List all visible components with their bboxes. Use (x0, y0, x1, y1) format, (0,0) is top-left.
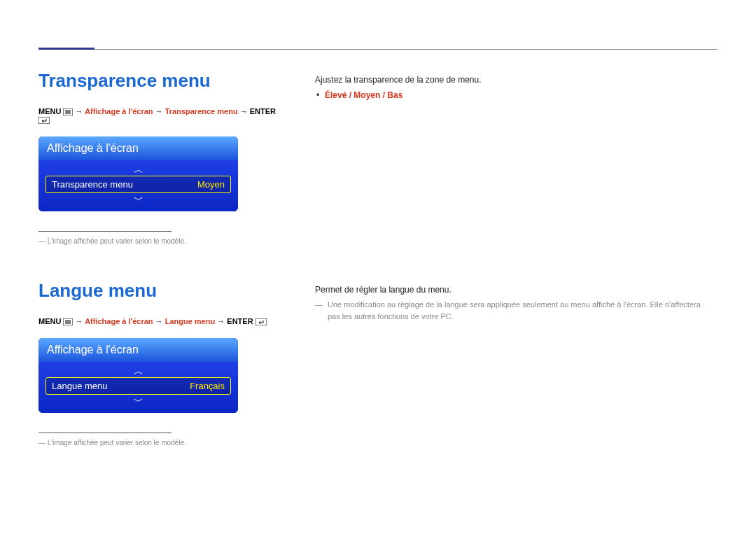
enter-icon (255, 318, 267, 325)
breadcrumb-enter-label: ENTER (250, 107, 276, 115)
svg-rect-9 (255, 318, 267, 325)
breadcrumb-arrow: → (155, 317, 163, 325)
page-divider (38, 49, 718, 50)
footnote-text: L'image affichée peut varier selon le mo… (38, 439, 276, 447)
chevron-down-icon[interactable]: ﹀ (46, 193, 231, 206)
footnote-divider (38, 231, 172, 232)
breadcrumb-menu-label: MENU (38, 317, 61, 325)
section-title-langue: Langue menu (38, 280, 276, 302)
osd-selected-row[interactable]: Langue menu Français (46, 377, 231, 395)
options-text: Élevé / Moyen / Bas (325, 90, 402, 100)
menu-icon (63, 108, 73, 115)
chevron-up-icon[interactable]: ︿ (46, 365, 231, 377)
osd-panel-langue: Affichage à l'écran ︿ Langue menu França… (38, 338, 238, 413)
footnote-text: L'image affichée peut varier selon le mo… (38, 237, 276, 245)
osd-header: Affichage à l'écran (38, 338, 238, 362)
svg-rect-4 (38, 117, 50, 124)
breadcrumb-arrow: → (217, 317, 225, 325)
breadcrumb-arrow: → (76, 317, 83, 325)
section-transparence-right: Ajustez la transparence de la zone de me… (315, 73, 714, 100)
osd-selected-row[interactable]: Transparence menu Moyen (46, 176, 231, 193)
options-bullet: Élevé / Moyen / Bas (315, 90, 714, 100)
description-text: Ajustez la transparence de la zone de me… (315, 73, 714, 86)
breadcrumb-step2: Langue menu (165, 317, 216, 325)
chevron-up-icon[interactable]: ︿ (46, 163, 231, 176)
section-title-transparence: Transparence menu (38, 70, 276, 92)
breadcrumb-step2: Transparence menu (165, 107, 238, 115)
menu-icon (63, 318, 73, 325)
page-divider-accent (38, 48, 94, 50)
osd-header: Affichage à l'écran (38, 136, 238, 160)
chevron-down-icon[interactable]: ﹀ (46, 395, 231, 407)
osd-row-label: Transparence menu (52, 179, 133, 190)
osd-panel-transparence: Affichage à l'écran ︿ Transparence menu … (38, 136, 238, 211)
breadcrumb-step1: Affichage à l'écran (85, 107, 153, 115)
osd-row-value: Français (190, 381, 225, 391)
osd-row-value: Moyen (197, 179, 225, 190)
breadcrumb-menu-label: MENU (38, 107, 61, 115)
breadcrumb-arrow: → (76, 107, 83, 115)
description-text: Permet de régler la langue du menu. (315, 283, 714, 296)
osd-row-label: Langue menu (52, 381, 108, 391)
note-text: Une modification au réglage de la langue… (315, 299, 714, 322)
breadcrumb-step1: Affichage à l'écran (85, 317, 153, 325)
breadcrumb-transparence: MENU → Affichage à l'écran → Transparenc… (38, 107, 276, 124)
section-langue-right: Permet de régler la langue du menu. Une … (315, 283, 714, 322)
section-transparence-left: Transparence menu MENU → Affichage à l'é… (38, 70, 276, 245)
breadcrumb-enter-label: ENTER (227, 317, 253, 325)
osd-body: ︿ Langue menu Français ﹀ (38, 362, 238, 413)
footnote-divider (38, 433, 172, 433)
osd-body: ︿ Transparence menu Moyen ﹀ (38, 160, 238, 211)
breadcrumb-arrow: → (155, 107, 163, 115)
section-langue-left: Langue menu MENU → Affichage à l'écran →… (38, 280, 276, 447)
enter-icon (38, 117, 50, 124)
breadcrumb-arrow: → (240, 107, 248, 115)
breadcrumb-langue: MENU → Affichage à l'écran → Langue menu… (38, 317, 276, 325)
